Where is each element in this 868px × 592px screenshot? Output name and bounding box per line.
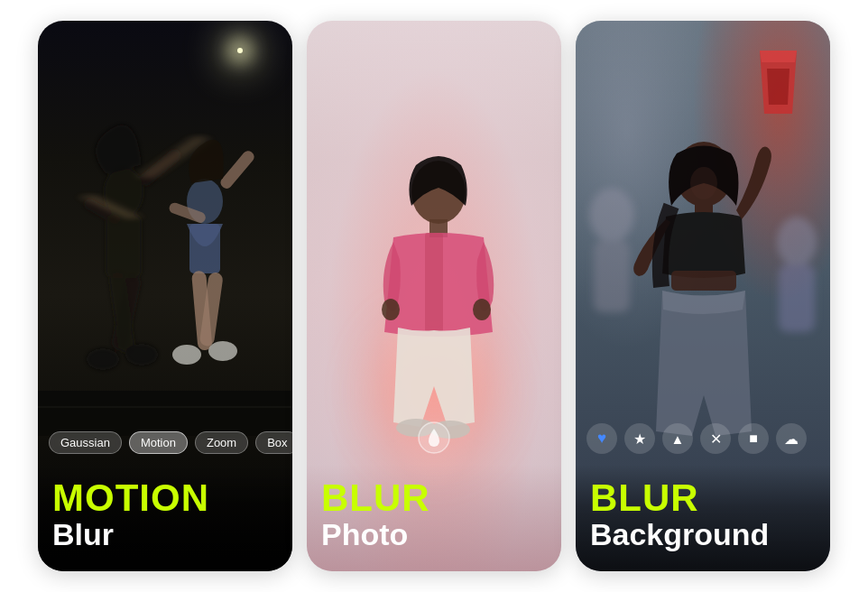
filter-chips: Gaussian Motion Zoom Box: [38, 431, 292, 454]
chip-box[interactable]: Box: [255, 431, 292, 454]
card3-bottom: BLUR Background: [576, 465, 830, 571]
drop-icon-container[interactable]: [418, 421, 450, 454]
card1-title-main: Blur: [52, 519, 278, 550]
svg-point-7: [125, 344, 158, 365]
svg-rect-11: [189, 224, 220, 273]
card3-title-main: Background: [590, 519, 816, 550]
card-blur-photo[interactable]: BLUR Photo: [307, 21, 561, 571]
svg-rect-1: [106, 215, 142, 278]
dancer-container: [38, 93, 292, 436]
reaction-target[interactable]: ✕: [700, 423, 731, 454]
svg-point-24: [473, 299, 491, 320]
card3-title-accent: BLUR: [590, 479, 816, 517]
svg-point-6: [87, 348, 119, 370]
card2-bottom: BLUR Photo: [307, 465, 561, 571]
card1-title-accent: MOTION: [52, 479, 278, 517]
svg-point-28: [589, 188, 634, 242]
card2-title-accent: BLUR: [321, 479, 547, 517]
svg-rect-22: [425, 233, 443, 332]
card1-bottom: MOTION Blur: [38, 465, 292, 571]
card3-people: [576, 106, 830, 467]
reaction-triangle[interactable]: ▲: [662, 423, 693, 454]
card-motion-blur[interactable]: Gaussian Motion Zoom Box MOTION Blur: [38, 21, 292, 571]
svg-point-16: [172, 345, 201, 365]
street-light: [237, 48, 243, 53]
svg-point-30: [777, 217, 817, 267]
card-blur-background[interactable]: ♥ ★ ▲ ✕ ■ ☁ BLUR Background: [576, 21, 830, 571]
svg-point-17: [208, 341, 237, 361]
svg-rect-31: [779, 264, 815, 332]
reaction-icons: ♥ ★ ▲ ✕ ■ ☁: [576, 423, 830, 454]
svg-rect-34: [671, 271, 736, 291]
card2-title-main: Photo: [321, 519, 547, 550]
reaction-square[interactable]: ■: [738, 423, 769, 454]
reaction-cloud[interactable]: ☁: [776, 423, 807, 454]
drop-icon: [418, 421, 450, 454]
reaction-heart[interactable]: ♥: [586, 423, 617, 454]
reaction-star[interactable]: ★: [624, 423, 655, 454]
chip-motion[interactable]: Motion: [129, 431, 188, 454]
svg-rect-18: [38, 391, 292, 436]
svg-point-23: [382, 299, 400, 320]
svg-rect-12: [218, 149, 256, 191]
svg-rect-29: [594, 240, 630, 312]
cards-container: Gaussian Motion Zoom Box MOTION Blur: [20, 3, 848, 589]
chip-gaussian[interactable]: Gaussian: [49, 431, 122, 454]
card2-person: [344, 143, 524, 467]
svg-point-35: [690, 167, 717, 199]
chip-zoom[interactable]: Zoom: [195, 431, 248, 454]
